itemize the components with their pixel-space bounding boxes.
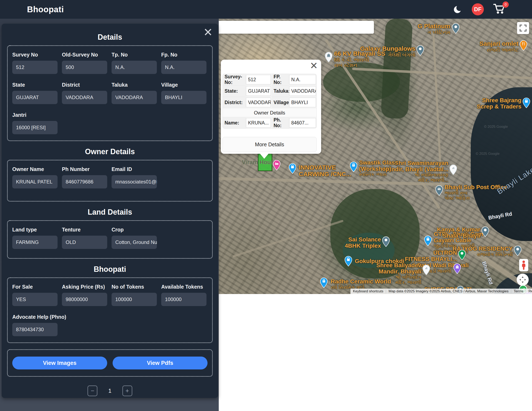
advocate-help-field[interactable]: 8780434730 xyxy=(12,323,57,336)
map-pin-galaxy-bungalows-icon[interactable] xyxy=(417,45,424,56)
map-pin-sanjari-omlet-icon[interactable] xyxy=(520,40,527,51)
view-pdfs-button[interactable]: View Pdfs xyxy=(113,357,208,369)
tp-no-label: Tp. No xyxy=(112,52,157,58)
land-type-field[interactable]: FARMING xyxy=(12,236,57,249)
jantri-field[interactable]: 16000 [RESI] xyxy=(12,121,57,134)
no-of-tokens-field[interactable]: 100000 xyxy=(112,293,157,306)
map-pin-innovative-carwing-icon[interactable] xyxy=(289,163,296,174)
avatar[interactable]: DF xyxy=(472,3,484,15)
plot-info-popup: ✕ Survey-No: 512 FP. No: N.A. State: GUJ… xyxy=(221,60,321,154)
map-pin-66kv-bhayali-ss-icon[interactable] xyxy=(325,52,332,62)
state-field[interactable]: GUJARAT xyxy=(12,91,57,104)
for-sale-label: For Sale xyxy=(12,284,57,290)
terms-link[interactable]: Terms xyxy=(511,289,526,293)
map-label-kanya-kumar-shala[interactable]: Kanya & KumarShala', Bhayli xyxy=(437,227,480,239)
map-label-innovative-carwing[interactable]: INNOVATIVECARWING /CNC... xyxy=(299,164,351,177)
pegman-icon xyxy=(521,260,526,270)
cart-button[interactable]: 0 xyxy=(493,3,507,16)
map-label-shree-bajrang[interactable]: Shree BajrangScrep & Traders xyxy=(477,97,522,109)
google-watermark: © 2025 Google xyxy=(484,125,508,129)
map-label-sai-solance[interactable]: Sai Solance4BHK Triplex xyxy=(345,237,381,249)
popup-tail xyxy=(260,153,269,159)
map-pin-shri-swaminarayan-icon[interactable]: ॐ xyxy=(449,164,457,175)
village-field[interactable]: BHAYLI xyxy=(161,91,207,104)
ph-number-field[interactable]: 8460779686 xyxy=(62,175,107,189)
map-pin-radhe-ceramic-world-icon[interactable] xyxy=(320,277,328,288)
map-label-sanjari-omlet[interactable]: Sanjari omletસંજરી આમલેટ xyxy=(479,40,519,52)
svg-text:ॐ: ॐ xyxy=(425,267,428,270)
old-survey-no-field[interactable]: 500 xyxy=(62,61,107,74)
map-label-bhayli-sub-post-office[interactable]: Bhayli Sub Post Officeભાયલી સબપોસ્ટ ઓફિસ xyxy=(445,184,507,200)
map-label-radhe-ceramic-world[interactable]: Radhe Ceramic Worldરાધે સિરામિક વર્લ્ડ xyxy=(331,278,391,290)
tenture-field[interactable]: OLD xyxy=(62,236,107,249)
district-label: District xyxy=(62,82,107,88)
asking-price-field[interactable]: 98000000 xyxy=(62,293,107,306)
map-label-swastik-glass[interactable]: Swastik Glass(Workshop)સ્વસ્તિક ગ્લાસ xyxy=(359,160,398,177)
map-pin-gtpl-gayatri-cable-icon[interactable] xyxy=(424,236,432,246)
jantri-label: Jantri xyxy=(12,112,57,118)
map-pin-kanya-kumar-shala-icon[interactable] xyxy=(482,227,489,237)
more-details-button[interactable]: More Details xyxy=(222,137,317,152)
popup-value: BHAYLI xyxy=(289,98,316,107)
map-pin-patel-wadi-bhayali-icon[interactable] xyxy=(454,263,461,274)
map-pin-shree-baliyadev-icon[interactable]: ॐ xyxy=(423,265,430,275)
survey-no-label: Survey No xyxy=(12,52,57,58)
ph-number-label: Ph Number xyxy=(62,166,107,172)
popup-close-icon[interactable]: ✕ xyxy=(310,60,318,71)
popup-table: Survey-No: 512 FP. No: N.A. State: GUJAR… xyxy=(222,74,317,129)
quantity-minus-button[interactable]: − xyxy=(87,385,97,396)
popup-label: State: xyxy=(223,86,246,97)
email-id-field[interactable]: mnassociates01@ho xyxy=(112,175,157,189)
map-pin-rajyog-residency-icon[interactable] xyxy=(514,246,522,256)
pan-arrows-icon xyxy=(518,275,527,284)
popup-label: Ph. No: xyxy=(272,117,289,129)
fullscreen-button[interactable] xyxy=(517,22,529,34)
fieldset-land-details: Land typeFARMINGTentureOLDCropCotton, Gr… xyxy=(7,220,213,259)
map-pin-shree-bajrang-icon[interactable] xyxy=(523,98,530,108)
map-label-ultron-fitness[interactable]: ULTRONFITNESS BHAYLI... xyxy=(405,250,457,262)
fieldset-details: Survey No512Old-Survey No500Tp. NoN.A.Fp… xyxy=(7,45,213,141)
report-map-error-link[interactable]: Report a map error xyxy=(526,289,532,293)
pan-control[interactable] xyxy=(517,274,529,286)
crop-field[interactable]: Cotton, Ground Nut xyxy=(112,236,157,249)
details-panel: ✕ DetailsSurvey No512Old-Survey No500Tp.… xyxy=(2,24,218,398)
popup-value: VADODARA xyxy=(246,98,271,107)
for-sale-field[interactable]: YES xyxy=(12,293,57,306)
owner-name-field[interactable]: KRUNAL PATEL xyxy=(12,175,57,189)
no-of-tokens-label: No of Tokens xyxy=(112,284,157,290)
map-pin-ultron-fitness-icon[interactable] xyxy=(458,250,466,260)
land-type-label: Land type xyxy=(12,227,57,233)
view-images-button[interactable]: View Images xyxy=(12,357,107,369)
panel-close-icon[interactable]: ✕ xyxy=(203,27,213,38)
tp-no-field[interactable]: N.A. xyxy=(112,61,157,74)
popup-value: N.A. xyxy=(289,75,316,84)
available-tokens-field[interactable]: 100000 xyxy=(161,293,207,306)
map-pin-lodging-icon[interactable] xyxy=(273,160,280,170)
keyboard-shortcuts-link[interactable]: Keyboard shortcuts xyxy=(351,289,386,293)
fp-no-field[interactable]: N.A. xyxy=(161,61,207,74)
popup-label: Survey-No: xyxy=(223,74,246,86)
section-title-bhoopati: Bhoopati xyxy=(2,265,218,274)
district-field[interactable]: VADODARA xyxy=(62,91,107,104)
dark-mode-moon-icon[interactable] xyxy=(453,5,463,14)
map-attribution: Keyboard shortcuts Map data ©2025 Imager… xyxy=(351,289,532,294)
available-tokens-label: Available Tokens xyxy=(161,284,207,290)
survey-no-field[interactable]: 512 xyxy=(12,61,57,74)
section-title-owner-details: Owner Details xyxy=(2,147,218,156)
street-view-pegman[interactable] xyxy=(519,259,528,271)
map-pin-bhayli-sub-post-office-icon[interactable] xyxy=(435,185,443,196)
email-id-label: Email ID xyxy=(112,166,157,172)
map-pin-g-platinum-icon[interactable] xyxy=(452,23,459,34)
old-survey-no-label: Old-Survey No xyxy=(62,52,107,58)
taluka-label: Taluka xyxy=(112,82,157,88)
owner-name-label: Owner Name xyxy=(12,166,57,172)
map-search-input[interactable] xyxy=(208,21,374,34)
map-pin-gokulpura-chokdi-icon[interactable] xyxy=(345,256,352,266)
map-label-g-platinum[interactable]: G Platinumગ પ્લેટિનમ xyxy=(418,23,450,35)
taluka-field[interactable]: VADODARA xyxy=(112,91,157,104)
map-pin-sai-solance-icon[interactable] xyxy=(382,237,390,247)
quantity-plus-button[interactable]: + xyxy=(122,385,132,396)
popup-value: VADODARA xyxy=(289,86,316,96)
map-label-66kv-bhayali-ss[interactable]: 66 KV Bhayali SS66 કે.વી. ભાયલીસબ સ્ટેશન xyxy=(334,50,385,68)
map-pin-swastik-glass-icon[interactable] xyxy=(350,162,357,172)
